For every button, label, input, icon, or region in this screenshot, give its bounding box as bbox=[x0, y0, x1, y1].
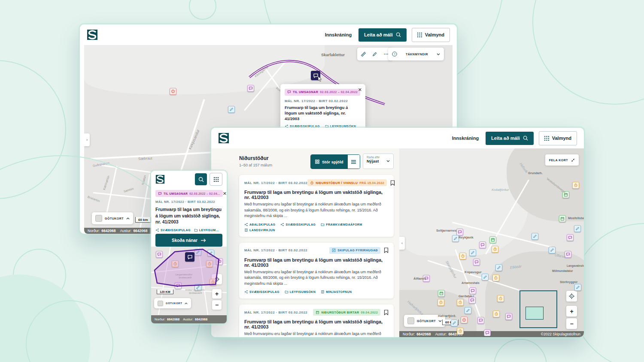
map-marker-chat[interactable] bbox=[469, 287, 476, 294]
chevron-down-icon bbox=[438, 320, 442, 322]
bookmark-icon[interactable] bbox=[384, 247, 389, 253]
map-marker-edit[interactable] bbox=[469, 249, 476, 256]
window-results-view: Innskráning Leita að máli Valmynd Niðurs… bbox=[211, 128, 584, 337]
map-marker-edit[interactable] bbox=[574, 225, 581, 232]
search-button[interactable] bbox=[195, 173, 207, 185]
map-marker-clock[interactable] bbox=[572, 182, 579, 189]
case-title[interactable]: Frumvarp til laga um breytingu á lögum u… bbox=[244, 257, 389, 268]
map-marker-edit[interactable] bbox=[532, 233, 538, 240]
map-marker-chat[interactable] bbox=[479, 241, 486, 248]
case-title[interactable]: Frumvarp til laga um breytingu á lögum u… bbox=[244, 319, 389, 329]
map-marker-cal[interactable] bbox=[559, 215, 566, 222]
case-title[interactable]: Frumvarp til laga um breytingu á lögum u… bbox=[285, 105, 361, 121]
app-logo[interactable] bbox=[155, 175, 165, 184]
login-link[interactable]: Innskráning bbox=[325, 32, 352, 37]
map-marker-chat[interactable] bbox=[477, 317, 484, 324]
map-marker-edit[interactable] bbox=[482, 274, 489, 281]
map-marker-cal[interactable] bbox=[438, 290, 445, 297]
view-large-cards-button[interactable]: Stór spjöld bbox=[311, 155, 348, 169]
map-marker-edit[interactable] bbox=[495, 264, 502, 271]
search-case-button[interactable]: Leita að máli bbox=[486, 132, 534, 145]
map-marker-clock[interactable] bbox=[497, 295, 504, 302]
sort-dropdown[interactable]: Raða eftir Nýjast bbox=[363, 154, 394, 169]
map-marker-dark[interactable] bbox=[185, 252, 194, 262]
chat-icon bbox=[287, 90, 291, 94]
view-toggle[interactable]: Stór spjöld bbox=[310, 154, 360, 169]
map-marker-clock[interactable] bbox=[437, 299, 444, 306]
map-marker-chat[interactable] bbox=[505, 313, 512, 320]
map-marker-alert[interactable] bbox=[461, 317, 468, 323]
map-marker-chat[interactable] bbox=[469, 297, 476, 304]
close-icon[interactable]: ✕ bbox=[223, 191, 227, 196]
folder-icon bbox=[321, 223, 325, 226]
mobile-map[interactable]: 120 KM + − GÖTUKORT Laugardalsvölluríþró… bbox=[151, 247, 227, 315]
map-marker-cal[interactable] bbox=[562, 191, 569, 198]
map-label: Arnarneshals bbox=[462, 281, 480, 284]
net-icon bbox=[280, 223, 284, 226]
app-logo[interactable] bbox=[87, 29, 98, 40]
map-marker-chat[interactable] bbox=[473, 259, 480, 265]
net-tag-chip[interactable]: SVÆÐISSKIPULAG bbox=[155, 228, 191, 232]
map-marker-edit[interactable] bbox=[465, 307, 471, 314]
menu-button[interactable] bbox=[210, 173, 222, 186]
net-tag-chip[interactable]: SVÆÐISSKIPULAG bbox=[244, 290, 279, 294]
net-icon bbox=[155, 228, 159, 232]
menu-button[interactable]: Valmynd bbox=[412, 28, 450, 42]
map-marker-chat[interactable] bbox=[456, 229, 463, 235]
hide-map-button[interactable]: FELA KORT bbox=[545, 154, 579, 166]
map-marker-chat[interactable] bbox=[565, 251, 571, 258]
case-tags: SVÆÐISSKIPULAGLEYFISUMSÓKNMINJASTOFNUN bbox=[244, 290, 389, 294]
net-tag-chip[interactable]: SVÆÐISSKIPULAG bbox=[280, 223, 316, 226]
bookmark-icon[interactable] bbox=[384, 310, 389, 315]
app-logo[interactable] bbox=[218, 133, 229, 144]
folder-tag-chip[interactable]: LEYFISUM... bbox=[194, 228, 219, 232]
map-marker-clock[interactable] bbox=[457, 299, 464, 306]
map-marker-edit[interactable] bbox=[452, 235, 459, 242]
login-link[interactable]: Innskráning bbox=[452, 136, 479, 141]
search-case-button[interactable]: Leita að máli bbox=[358, 28, 407, 42]
case-title[interactable]: Frumvarp til laga um breytingu á lögum u… bbox=[155, 206, 222, 225]
folder-tag-chip[interactable]: LEYFISUMSÓKN bbox=[285, 290, 316, 294]
decor-ring bbox=[189, 0, 216, 20]
case-title[interactable]: Frumvarp til laga um breytingu á lögum u… bbox=[244, 190, 389, 200]
map-marker-clock[interactable] bbox=[493, 311, 500, 317]
status-badge: TIL UMSAGNAR 02.03.2022 – 02.04... bbox=[155, 190, 223, 197]
bookmark-icon[interactable] bbox=[390, 180, 395, 186]
coordinates-bar: Norður:6642068 Austur:6642068 bbox=[151, 315, 227, 323]
results-map[interactable]: FELA KORT ‹ + − GÖTUKORT 60 KM Norður:66… bbox=[399, 148, 584, 337]
result-card[interactable]: MÁL NR. 17/2022 · BIRT 03.02.2022 NIÐURS… bbox=[239, 175, 394, 237]
view-details-button[interactable]: Skoða nánar bbox=[155, 234, 222, 247]
results-panel: Niðurstöður 1–50 af 157 málum Stór spjöl… bbox=[211, 148, 399, 337]
result-card[interactable]: MÁL NR. 17/2022 · BIRT 03.02.2022 NIÐURS… bbox=[239, 305, 394, 337]
panel-collapse-tab[interactable]: ‹ bbox=[399, 237, 405, 250]
map-marker-cal[interactable] bbox=[489, 236, 496, 243]
locate-button[interactable] bbox=[566, 291, 577, 302]
map-marker-edit[interactable] bbox=[451, 320, 458, 326]
map-marker-clock[interactable] bbox=[492, 246, 498, 253]
zoom-out-button[interactable]: − bbox=[566, 318, 577, 329]
map-marker-chat[interactable] bbox=[484, 329, 491, 336]
map-marker-clock[interactable] bbox=[459, 253, 466, 259]
map-marker-clock[interactable] bbox=[457, 328, 464, 335]
basemap-thumbnail bbox=[407, 317, 414, 324]
map-marker-chat[interactable] bbox=[423, 275, 430, 282]
zoom-in-button[interactable]: + bbox=[566, 306, 577, 317]
map-marker-edit[interactable] bbox=[549, 247, 556, 253]
doc-tag-chip[interactable]: LANDSVIRKJUN bbox=[244, 228, 275, 232]
overview-inset-map[interactable] bbox=[519, 290, 557, 328]
view-list-button[interactable] bbox=[348, 155, 360, 169]
doc-tag-chip[interactable]: MINJASTOFNUN bbox=[321, 290, 352, 294]
result-card[interactable]: MÁL NR. 17/2022 · BIRT 03.02.2022 SKIPUL… bbox=[239, 243, 394, 299]
basemap-switcher[interactable]: GÖTUKORT bbox=[404, 315, 445, 327]
close-icon[interactable]: ✕ bbox=[358, 87, 362, 92]
search-icon bbox=[523, 136, 528, 141]
map-marker-edit[interactable] bbox=[574, 284, 581, 291]
grid-menu-icon bbox=[417, 33, 422, 37]
net-tag-chip[interactable]: AÐALSKIPULAG bbox=[244, 223, 275, 226]
map-marker-clock[interactable] bbox=[492, 275, 499, 281]
menu-button[interactable]: Valmynd bbox=[539, 131, 577, 145]
mobile-header bbox=[151, 171, 227, 188]
case-meta: MÁL NR. 17/2022 · BIRT 03.02.2022 bbox=[244, 248, 329, 252]
map-marker-chat[interactable] bbox=[567, 234, 574, 241]
folder-tag-chip[interactable]: FRAMKVÆMDAÁFORM bbox=[321, 223, 362, 226]
